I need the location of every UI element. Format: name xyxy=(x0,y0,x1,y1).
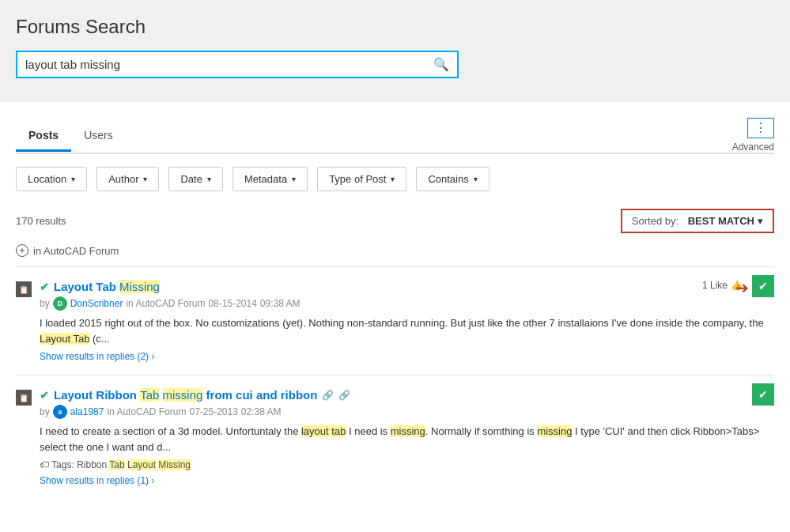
accepted-solution-badge: ✔ xyxy=(752,275,774,297)
solved-check-icon: ✔ xyxy=(40,389,49,402)
filter-contains[interactable]: Contains ▾ xyxy=(416,167,489,191)
sort-label: Sorted by: xyxy=(632,215,678,227)
result-item: 📋 ✔ Layout Ribbon Tab missing from cui a… xyxy=(16,375,774,499)
show-replies-link[interactable]: Show results in replies (2) › xyxy=(40,351,774,362)
tabs-row: Posts Users ⋮ Advanced xyxy=(16,118,774,154)
result-excerpt: I need to create a section of a 3d model… xyxy=(40,424,774,455)
chevron-down-icon: ▾ xyxy=(207,175,211,183)
title-text: Layout Ribbon Tab missing from cui and r… xyxy=(54,388,317,402)
avatar: a xyxy=(53,405,67,419)
title-text: Layout Tab Missing xyxy=(54,280,160,293)
tab-posts[interactable]: Posts xyxy=(16,121,71,152)
post-time: 09:38 AM xyxy=(260,298,301,309)
chevron-down-icon: ▾ xyxy=(474,175,478,183)
accepted-solution-badge: ✔ xyxy=(752,383,774,406)
link-icon-2: 🔗 xyxy=(338,390,350,401)
show-replies-link[interactable]: Show results in replies (1) › xyxy=(40,475,774,486)
page-title: Forums Search xyxy=(16,16,774,38)
add-location-icon[interactable]: + xyxy=(16,244,28,257)
by-label: by xyxy=(40,298,50,309)
chevron-down-icon: ▾ xyxy=(758,215,763,227)
tab-users[interactable]: Users xyxy=(71,121,126,152)
solved-check-icon: ✔ xyxy=(40,281,49,293)
advanced-label: Advanced xyxy=(732,141,774,153)
filter-date[interactable]: Date ▾ xyxy=(168,167,222,191)
results-count: 170 results xyxy=(16,215,66,227)
author-name[interactable]: DonScribner xyxy=(70,298,123,309)
search-bar: 🔍 xyxy=(16,51,459,78)
result-title-link[interactable]: Layout Tab Missing xyxy=(54,280,160,293)
advanced-section: ⋮ Advanced xyxy=(732,118,774,153)
filter-location[interactable]: Location ▾ xyxy=(16,167,87,191)
result-header: 📋 ✔ Layout Ribbon Tab missing from cui a… xyxy=(16,388,774,486)
like-count: 1 Like xyxy=(702,280,728,291)
result-header: 📋 ✔ Layout Tab Missing by D DonScribner … xyxy=(16,280,774,362)
result-meta: by D DonScribner in AutoCAD Forum 08-15-… xyxy=(40,296,774,311)
sort-value: BEST MATCH xyxy=(688,215,754,227)
post-type-icon: 📋 xyxy=(16,281,32,297)
sort-button[interactable]: Sorted by: BEST MATCH ▾ xyxy=(621,209,774,233)
forum-name: in AutoCAD Forum xyxy=(107,406,186,417)
red-arrow-icon: ➔ xyxy=(735,278,749,297)
author-name[interactable]: ala1987 xyxy=(70,406,104,417)
location-text: in AutoCAD Forum xyxy=(33,245,119,257)
filter-author[interactable]: Author ▾ xyxy=(96,167,159,191)
post-date: 07-25-2013 xyxy=(189,406,237,417)
result-body: ✔ Layout Tab Missing by D DonScribner in… xyxy=(40,280,774,362)
search-icon[interactable]: 🔍 xyxy=(433,57,449,72)
main-content: Posts Users ⋮ Advanced Location ▾ Author… xyxy=(0,118,790,499)
filters-row: Location ▾ Author ▾ Date ▾ Metadata ▾ Ty… xyxy=(16,154,774,204)
filter-metadata[interactable]: Metadata ▾ xyxy=(232,167,308,191)
forum-name: in AutoCAD Forum xyxy=(126,298,205,309)
by-label: by xyxy=(40,406,50,417)
post-date: 08-15-2014 xyxy=(208,298,256,309)
result-excerpt: I loaded 2015 right out of the box. No c… xyxy=(40,315,774,346)
results-row: 170 results Sorted by: BEST MATCH ▾ xyxy=(16,204,774,241)
link-icon-1: 🔗 xyxy=(322,390,334,401)
result-meta: by a ala1987 in AutoCAD Forum 07-25-2013… xyxy=(40,405,774,419)
post-time: 02:38 AM xyxy=(241,406,282,417)
result-title-link[interactable]: Layout Ribbon Tab missing from cui and r… xyxy=(54,388,317,402)
search-input[interactable] xyxy=(25,58,433,71)
chevron-down-icon: ▾ xyxy=(391,175,395,183)
post-type-icon: 📋 xyxy=(16,390,32,406)
chevron-down-icon: ▾ xyxy=(71,175,75,183)
result-title: ✔ Layout Tab Missing xyxy=(40,280,774,293)
tags-row: 🏷 Tags: Ribbon Tab Layout Missing xyxy=(40,459,774,470)
avatar: D xyxy=(53,296,67,311)
options-button[interactable]: ⋮ xyxy=(747,118,774,138)
result-item: 📋 ✔ Layout Tab Missing by D DonScribner … xyxy=(16,266,774,375)
result-title: ✔ Layout Ribbon Tab missing from cui and… xyxy=(40,388,774,402)
header-area: Forums Search 🔍 xyxy=(0,0,790,102)
filter-type-of-post[interactable]: Type of Post ▾ xyxy=(317,167,406,191)
chevron-down-icon: ▾ xyxy=(143,175,147,183)
chevron-down-icon: ▾ xyxy=(292,175,296,183)
location-row: + in AutoCAD Forum xyxy=(16,241,774,266)
result-body: ✔ Layout Ribbon Tab missing from cui and… xyxy=(40,388,774,486)
